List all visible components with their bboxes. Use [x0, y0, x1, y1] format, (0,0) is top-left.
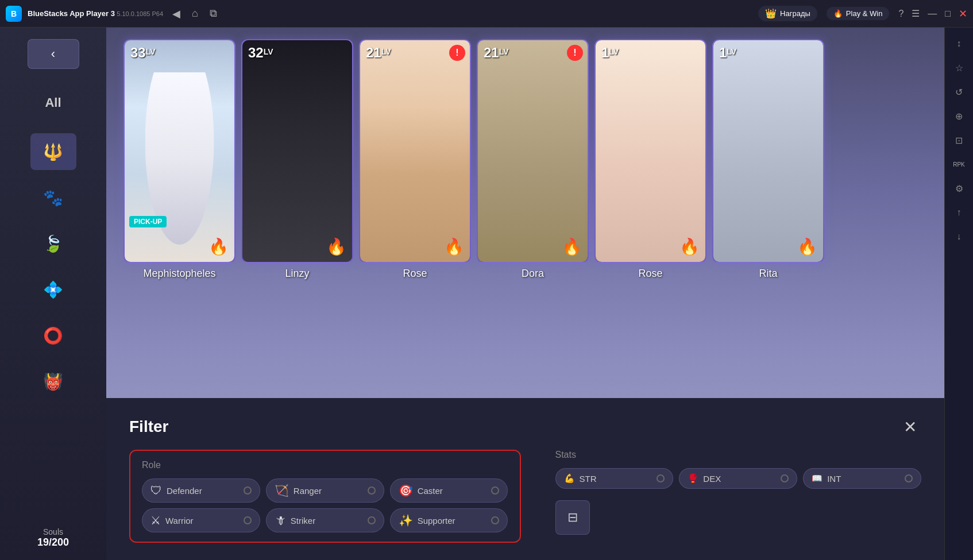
main-container: ‹ All 🔱 🐾 🍃 💠 ⭕ 👹 Souls 19/200	[0, 28, 973, 560]
filter-btn-striker[interactable]: 🗡 Striker	[266, 508, 384, 532]
demon-icon: 🔱	[43, 142, 63, 161]
dex-icon: 🥊	[688, 473, 698, 484]
supporter-radio	[491, 516, 499, 524]
right-rpk-icon[interactable]: RPK	[949, 154, 970, 175]
dora-name: Dora	[477, 268, 589, 280]
right-plus-icon[interactable]: ⊕	[949, 106, 970, 126]
right-star-icon[interactable]: ☆	[949, 57, 970, 78]
ring-icon: ⭕	[43, 326, 63, 345]
right-expand-icon[interactable]: ↕	[949, 33, 970, 54]
sidebar: ‹ All 🔱 🐾 🍃 💠 ⭕ 👹 Souls 19/200	[0, 28, 106, 560]
right-screen-icon[interactable]: ⊡	[949, 130, 970, 150]
bluestacks-logo: B	[6, 6, 22, 22]
filter-header: Filter ✕	[129, 415, 921, 438]
supporter-label: Supporter	[418, 516, 455, 526]
spirit-icon: 💠	[43, 280, 63, 299]
rose-2-portrait	[596, 40, 705, 262]
back-nav-button[interactable]: ◀	[169, 6, 184, 21]
filter-close-button[interactable]: ✕	[898, 415, 921, 438]
int-icon: 📖	[812, 473, 823, 484]
title-bar-right: 👑 Награды 🔥 Play & Win ? ☰ — □ ✕	[758, 6, 967, 21]
sidebar-item-all[interactable]: All	[30, 87, 76, 124]
alert-badge-rose-1: !	[449, 45, 465, 61]
ranger-label: Ranger	[294, 486, 322, 496]
all-label: All	[45, 95, 61, 110]
caster-label: Caster	[418, 486, 443, 496]
sidebar-item-ring[interactable]: ⭕	[30, 317, 76, 354]
char-card-linzy[interactable]: 32LV 🔥 Linzy	[241, 39, 353, 286]
char-card-rose-2[interactable]: 1LV 🔥 Rose	[594, 39, 706, 286]
dex-radio	[781, 474, 789, 482]
sort-icon: ⊟	[567, 510, 578, 525]
right-down-icon[interactable]: ↓	[949, 226, 970, 247]
sidebar-item-beast[interactable]: 🐾	[30, 179, 76, 216]
int-label: INT	[827, 474, 841, 484]
title-bar-nav: ◀ ⌂ ⧉	[169, 6, 221, 21]
ranger-radio	[368, 486, 376, 495]
defender-radio	[244, 486, 252, 495]
char-card-rita[interactable]: 1LV 🔥 Rita	[712, 39, 824, 286]
right-settings-icon[interactable]: ⚙	[949, 178, 970, 199]
content-area: 33LV PICK-UP 🔥 Mephistopheles 32LV 🔥 Lin…	[106, 28, 944, 560]
souls-label: Souls	[37, 527, 69, 536]
right-rotate-icon[interactable]: ↺	[949, 82, 970, 102]
char-card-mephistopheles[interactable]: 33LV PICK-UP 🔥 Mephistopheles	[123, 39, 235, 286]
warrior-radio	[244, 516, 252, 524]
dora-portrait	[478, 40, 588, 262]
rose-2-name: Rose	[594, 268, 706, 280]
rose-1-level-badge: 21LV	[366, 46, 391, 60]
home-nav-button[interactable]: ⌂	[188, 6, 202, 21]
filter-btn-str[interactable]: 💪 STR	[555, 468, 674, 489]
playwwin-label: Play & Win	[846, 9, 883, 18]
maximize-button[interactable]: □	[945, 9, 951, 19]
filter-btn-warrior[interactable]: ⚔ Warrior	[142, 508, 260, 532]
sidebar-item-spirit[interactable]: 💠	[30, 271, 76, 308]
fire-icon-mephistopheles: 🔥	[208, 237, 229, 256]
filter-btn-ranger[interactable]: 🏹 Ranger	[266, 478, 384, 503]
sidebar-item-demon[interactable]: 🔱	[30, 133, 76, 170]
rose-2-level-badge: 1LV	[601, 46, 619, 60]
rita-level-badge: 1LV	[719, 46, 736, 60]
mephistopheles-name: Mephistopheles	[123, 268, 235, 280]
ranger-icon: 🏹	[275, 484, 289, 497]
filter-btn-caster[interactable]: 🎯 Caster	[390, 478, 508, 503]
filter-role-section: Role 🛡 Defender 🏹 Ranger	[129, 450, 521, 543]
title-bar: B BlueStacks App Player 3 5.10.0.1085 P6…	[0, 0, 973, 28]
sidebar-item-dark[interactable]: 👹	[30, 363, 76, 400]
pickup-badge: PICK-UP	[129, 216, 167, 227]
filter-content: Role 🛡 Defender 🏹 Ranger	[129, 450, 921, 543]
filter-btn-defender[interactable]: 🛡 Defender	[142, 478, 260, 503]
int-radio	[905, 474, 913, 482]
app-version: 5.10.0.1085 P64	[117, 10, 163, 17]
filter-btn-int[interactable]: 📖 INT	[803, 468, 921, 489]
filter-btn-supporter[interactable]: ✨ Supporter	[390, 508, 508, 532]
fire-icon-rose-1: 🔥	[444, 237, 464, 256]
help-button[interactable]: ?	[898, 9, 904, 19]
striker-icon: 🗡	[275, 514, 286, 527]
minimize-button[interactable]: —	[928, 9, 937, 19]
char-card-rose-1[interactable]: 21LV ! 🔥 Rose	[359, 39, 471, 286]
char-card-dora[interactable]: 21LV ! 🔥 Dora	[477, 39, 589, 286]
beast-icon: 🐾	[43, 188, 63, 207]
striker-label: Striker	[291, 516, 315, 526]
window-nav-button[interactable]: ⧉	[206, 6, 221, 21]
linzy-portrait	[242, 40, 352, 262]
filter-sort-button[interactable]: ⊟	[555, 500, 590, 535]
menu-button[interactable]: ☰	[912, 8, 920, 19]
rita-portrait	[713, 40, 823, 262]
filter-stats-grid: 💪 STR 🥊 DEX 📖 INT	[555, 468, 922, 489]
card-frame-rita: 1LV 🔥	[712, 39, 824, 263]
titlebar-icons: ? ☰ — □ ✕	[898, 7, 967, 20]
filter-panel: Filter ✕ Role 🛡 Defender 🏹	[106, 398, 944, 560]
sidebar-item-nature[interactable]: 🍃	[30, 225, 76, 262]
title-text: BlueStacks App Player 3 5.10.0.1085 P64	[28, 9, 163, 18]
str-label: STR	[580, 474, 597, 484]
caster-icon: 🎯	[399, 484, 413, 497]
close-button[interactable]: ✕	[959, 7, 967, 20]
souls-value: 19/200	[37, 536, 69, 549]
right-up-icon[interactable]: ↑	[949, 202, 970, 223]
filter-btn-dex[interactable]: 🥊 DEX	[679, 468, 797, 489]
rewards-button[interactable]: 👑 Награды	[758, 6, 817, 21]
back-button[interactable]: ‹	[28, 39, 79, 69]
playwwin-button[interactable]: 🔥 Play & Win	[827, 7, 890, 20]
